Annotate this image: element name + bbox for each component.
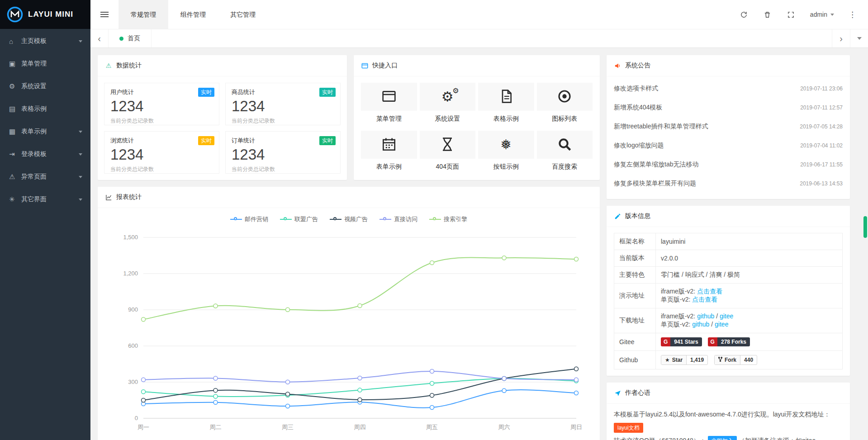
shortcut-button-demo[interactable]: ❅ 按钮示例 <box>478 131 534 171</box>
shortcut-label: 菜单管理 <box>376 115 402 123</box>
legend-item-direct[interactable]: 直接访问 <box>379 215 417 223</box>
card-header: 报表统计 <box>98 187 600 208</box>
table-row: 主要特色 零门槛 / 响应式 / 清爽 / 极简 <box>614 267 843 284</box>
sidebar-item-form-demo[interactable]: ▦ 表单示例 <box>0 120 90 143</box>
sidebar-item-label: 菜单管理 <box>21 60 82 68</box>
status-badge: 实时 <box>198 136 214 145</box>
shortcut-form-demo[interactable]: 表单示例 <box>361 131 417 171</box>
header-actions: admin ⋮ <box>740 10 868 19</box>
chevron-down-icon <box>79 131 82 133</box>
star-count: 1,419 <box>687 355 707 364</box>
download-github-link[interactable]: github <box>697 312 714 320</box>
table-row: Github ★Star 1,419 Fork 440 <box>614 351 843 369</box>
row-label: 下载地址 <box>614 308 656 333</box>
file-icon: ▤ <box>9 105 21 113</box>
collapse-sidebar-button[interactable] <box>90 0 119 29</box>
clear-cache-icon[interactable] <box>763 10 772 19</box>
download-line-prefix: 单页版-v2: <box>661 321 692 328</box>
more-menu-icon[interactable]: ⋮ <box>849 10 856 19</box>
stat-label: 订单统计 <box>232 137 334 145</box>
demo-spa-link[interactable]: 点击查看 <box>692 296 717 303</box>
table-row: 当前版本 v2.0.0 <box>614 250 843 267</box>
sidebar: LAYUI MINI ⌂ 主页模板 ▣ 菜单管理 ⚙ 系统设置 ▤ 表格示例 ▦… <box>0 0 90 440</box>
sidebar-item-label: 表格示例 <box>21 105 82 113</box>
tab-home[interactable]: 首页 <box>109 29 152 47</box>
system-announcements-card: 系统公告 修改选项卡样式 2019-07-11 23:06 新增系统404模板 … <box>607 55 850 199</box>
row-label: 演示地址 <box>614 284 656 308</box>
svg-text:1,500: 1,500 <box>123 234 138 241</box>
author-line: 技术交流QQ群（667810048）：立即加入（加群请备注来源：如gitee、g… <box>614 435 843 440</box>
announcement-date: 2019-06-17 11:55 <box>800 161 843 168</box>
app-title: LAYUI MINI <box>28 10 73 19</box>
legend-item-email[interactable]: 邮件营销 <box>230 215 268 223</box>
legend-item-video-ads[interactable]: 视频广告 <box>330 215 368 223</box>
download-github-link[interactable]: github <box>692 321 709 328</box>
announcement-text: 修复左侧菜单缩放tab无法移动 <box>614 161 698 169</box>
shortcut-baidu-search[interactable]: 百度搜索 <box>537 131 593 171</box>
shortcut-icon-list[interactable]: 图标列表 <box>537 83 593 123</box>
shortcut-menu-manage[interactable]: 菜单管理 <box>361 83 417 123</box>
shortcut-404-page[interactable]: 404页面 <box>420 131 476 171</box>
sidebar-item-home-template[interactable]: ⌂ 主页模板 <box>0 30 90 52</box>
active-tab-dot <box>119 37 123 41</box>
refresh-icon[interactable] <box>740 10 749 19</box>
tabbar-spacer <box>152 29 832 47</box>
download-gitee-link[interactable]: gitee <box>720 312 733 320</box>
announcement-text: 修复多模块菜单栏展开有问题 <box>614 180 696 188</box>
sidebar-item-table-demo[interactable]: ▤ 表格示例 <box>0 98 90 120</box>
tabs-options-button[interactable] <box>850 29 868 47</box>
scrollbar-track[interactable] <box>863 48 867 440</box>
header-tab-other[interactable]: 其它管理 <box>218 0 268 29</box>
legend-label: 邮件营销 <box>245 215 268 223</box>
legend-marker <box>280 217 292 222</box>
fullscreen-icon[interactable] <box>787 10 796 19</box>
tabs-scroll-right-button[interactable]: › <box>832 29 850 47</box>
github-fork-badge[interactable]: Fork 440 <box>714 355 757 365</box>
shortcut-table-demo[interactable]: 表格示例 <box>478 83 534 123</box>
demo-iframe-link[interactable]: 点击查看 <box>697 288 722 295</box>
window-icon: ▣ <box>9 60 21 68</box>
author-line: 本模板基于layui2.5.4以及font-awesome-4.7.0进行实现。… <box>614 409 843 420</box>
sidebar-item-label: 其它界面 <box>21 195 79 203</box>
demo-line-prefix: iframe版-v2: <box>661 288 697 295</box>
row-value: iframe版-v2: github / gitee 单页版-v2: githu… <box>656 308 843 333</box>
gitee-stars-badge[interactable]: G941 Stars <box>661 337 702 346</box>
join-qq-group-badge[interactable]: 立即加入 <box>708 436 737 440</box>
user-dropdown[interactable]: admin <box>810 11 834 18</box>
sidebar-item-error-pages[interactable]: ⚠ 异常页面 <box>0 166 90 188</box>
calendar-icon: ▦ <box>9 128 21 136</box>
gitee-icon: G <box>661 337 670 346</box>
page-tab-bar: ‹ 首页 › <box>90 29 868 48</box>
announcement-text: 修改选项卡样式 <box>614 85 658 93</box>
row-value: G941 Stars G278 Forks <box>656 333 843 351</box>
report-statistics-card: 报表统计 邮件营销 联盟广告 视频广告 <box>98 187 600 440</box>
announcement-list: 修改选项卡样式 2019-07-11 23:06 新增系统404模板 2019-… <box>607 76 850 196</box>
scrollbar-thumb[interactable] <box>863 216 867 238</box>
gitee-forks-badge[interactable]: G278 Forks <box>708 337 750 346</box>
shortcut-system-settings[interactable]: ⚙⚙ 系统设置 <box>420 83 476 123</box>
legend-item-union-ads[interactable]: 联盟广告 <box>280 215 318 223</box>
sidebar-item-system-settings[interactable]: ⚙ 系统设置 <box>0 75 90 98</box>
legend-label: 视频广告 <box>344 215 368 223</box>
header-tab-components[interactable]: 组件管理 <box>168 0 218 29</box>
sidebar-item-label: 异常页面 <box>21 173 79 181</box>
layui-doc-badge[interactable]: layui文档 <box>614 423 643 433</box>
sidebar-item-login-template[interactable]: ⇥ 登录模板 <box>0 143 90 166</box>
author-note-card: 作者心语 本模板基于layui2.5.4以及font-awesome-4.7.0… <box>607 383 850 440</box>
legend-item-search-engine[interactable]: 搜索引擎 <box>429 215 467 223</box>
chevron-down-icon <box>830 14 834 16</box>
row-value: iframe版-v2: 点击查看 单页版-v2: 点击查看 <box>656 284 843 308</box>
tabs-scroll-left-button[interactable]: ‹ <box>90 29 109 47</box>
row-label: 当前版本 <box>614 250 656 267</box>
card-title: 系统公告 <box>625 62 650 70</box>
sidebar-item-other-ui[interactable]: ✳ 其它界面 <box>0 188 90 211</box>
download-gitee-link[interactable]: gitee <box>715 321 728 328</box>
card-title: 报表统计 <box>116 193 142 201</box>
snowflake-icon: ❅ <box>500 138 512 151</box>
sidebar-item-menu-manage[interactable]: ▣ 菜单管理 <box>0 52 90 75</box>
megaphone-icon <box>614 62 621 69</box>
app-logo[interactable]: LAYUI MINI <box>0 0 90 29</box>
github-star-badge[interactable]: ★Star 1,419 <box>661 355 708 365</box>
gears-icon: ⚙⚙ <box>441 90 454 104</box>
header-tab-general[interactable]: 常规管理 <box>119 0 168 29</box>
